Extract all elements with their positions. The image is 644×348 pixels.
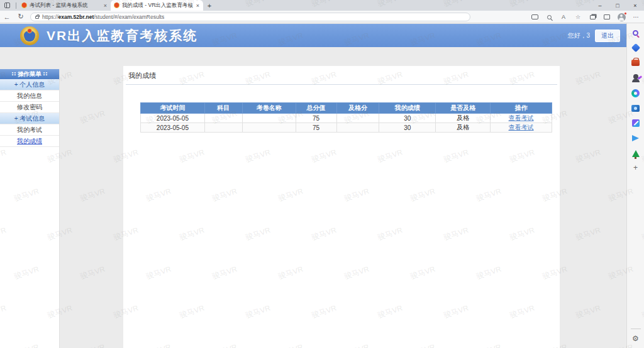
police-badge-logo: [20, 26, 39, 45]
sidebar-search-icon[interactable]: [631, 28, 641, 38]
tab-actions-icon: [4, 3, 10, 8]
search-icon[interactable]: [545, 13, 553, 21]
col-total-score: 总分值: [296, 103, 336, 114]
cell-passing-score: [336, 123, 379, 133]
sidebar-item-my-scores[interactable]: 我的成绩: [0, 136, 59, 147]
toolbar-icons: A ☆ ⋯: [530, 11, 640, 23]
profile-avatar[interactable]: [617, 13, 626, 21]
url-prefix: https://: [42, 14, 58, 20]
logout-button[interactable]: 退出: [595, 30, 620, 42]
tree-icon[interactable]: [631, 148, 641, 158]
web-page: VR出入监教育考核系统 您好，3 退出 ∷ 操作菜单 ∷ + 个人信息 我的信息…: [0, 24, 626, 348]
cell-passing-score: [336, 114, 379, 123]
cell-actions: 查看考试: [491, 114, 552, 123]
new-tab-button[interactable]: +: [203, 0, 216, 11]
page-body: ∷ 操作菜单 ∷ + 个人信息 我的信息 修改密码 + 考试信息 我的考试 我的…: [0, 47, 626, 348]
address-bar[interactable]: https://exam.52br.net/student/#/exam/exa…: [30, 13, 470, 21]
col-subject: 科目: [204, 103, 242, 114]
add-sidebar-app-button[interactable]: +: [633, 163, 638, 172]
col-pass-status: 是否及格: [436, 103, 491, 114]
sidebar-item-my-info[interactable]: 我的信息: [0, 90, 59, 102]
page-title: 我的成绩: [123, 66, 560, 80]
cell-my-score: 30: [379, 114, 436, 123]
title-divider: [126, 84, 557, 85]
col-paper-name: 考卷名称: [242, 103, 296, 114]
window-controls: – □ ×: [591, 0, 644, 11]
sidebar-group-exam-info[interactable]: + 考试信息: [0, 113, 59, 124]
person-edit-icon[interactable]: [631, 73, 641, 83]
web-capture-icon[interactable]: [530, 13, 539, 21]
close-button[interactable]: ×: [626, 0, 644, 11]
sidebar-item-my-exams[interactable]: 我的考试: [0, 124, 59, 136]
browser-tab-my-scores[interactable]: 我的成绩 - VR出入监教育考核系... ×: [111, 0, 203, 11]
split-screen-icon[interactable]: [602, 13, 611, 21]
cell-pass-status: 及格: [436, 123, 491, 133]
notes-icon[interactable]: [631, 118, 641, 128]
col-actions: 操作: [491, 103, 552, 114]
notification-dot: [624, 12, 627, 15]
shopping-icon[interactable]: [631, 43, 641, 53]
cell-subject: [204, 123, 242, 133]
tab-title: 我的成绩 - VR出入监教育考核系...: [122, 2, 193, 9]
cell-subject: [204, 114, 242, 123]
cell-pass-status: 及格: [436, 114, 491, 123]
sidebar-group-personal-info[interactable]: + 个人信息: [0, 79, 59, 90]
sidebar-item-change-password[interactable]: 修改密码: [0, 102, 59, 113]
settings-gear-icon[interactable]: ⚙: [632, 334, 639, 343]
app-header: VR出入监教育考核系统 您好，3 退出: [0, 24, 626, 47]
cell-paper-name: [242, 123, 296, 133]
browser-tab-bar: 考试列表 - 监狱考核系统 × 我的成绩 - VR出入监教育考核系... × +…: [0, 0, 644, 11]
browser-toolbar: ← ↻ https://exam.52br.net/student/#/exam…: [0, 11, 644, 23]
col-exam-time: 考试时间: [141, 103, 205, 114]
view-exam-link[interactable]: 查看考试: [509, 114, 534, 121]
back-button[interactable]: ←: [0, 13, 14, 21]
maximize-button[interactable]: □: [609, 0, 626, 11]
cell-paper-name: [242, 114, 296, 123]
edge-sidebar: + ⚙: [626, 23, 644, 348]
collections-icon[interactable]: [588, 13, 597, 21]
favorites-star-icon[interactable]: ☆: [574, 13, 582, 21]
sidebar-divider: [631, 329, 641, 329]
read-aloud-icon[interactable]: A: [559, 13, 568, 21]
table-row: 2023-05-05 75 30 及格 查看考试: [141, 114, 552, 123]
table-header-row: 考试时间 科目 考卷名称 总分值 及格分 我的成绩 是否及格 操作: [141, 103, 552, 114]
site-favicon: [21, 3, 27, 8]
screen: 考试列表 - 监狱考核系统 × 我的成绩 - VR出入监教育考核系... × +…: [0, 0, 644, 348]
site-info-lock-icon[interactable]: [35, 16, 39, 19]
tab-close-icon[interactable]: ×: [196, 3, 200, 9]
games-icon[interactable]: [631, 88, 641, 98]
tab-divider: [16, 3, 16, 9]
menu-title: ∷ 操作菜单 ∷: [0, 69, 59, 79]
content-panel: 我的成绩 考试时间 科目 考卷名称 总分值 及格分: [123, 66, 560, 348]
col-passing-score: 及格分: [336, 103, 379, 114]
tab-title: 考试列表 - 监狱考核系统: [30, 2, 101, 9]
cell-actions: 查看考试: [491, 123, 552, 133]
cell-total-score: 75: [296, 114, 336, 123]
tools-icon[interactable]: [631, 58, 641, 68]
site-favicon: [114, 3, 119, 8]
browser-tab-exam-list[interactable]: 考试列表 - 监狱考核系统 ×: [18, 0, 111, 11]
url-path: /student/#/exam/examResults: [94, 14, 164, 20]
cell-my-score: 30: [379, 123, 436, 133]
tab-close-icon[interactable]: ×: [103, 3, 108, 9]
send-icon[interactable]: [631, 133, 641, 143]
cell-total-score: 75: [296, 123, 336, 133]
user-greeting: 您好，3: [567, 31, 590, 40]
table-row: 2023-05-05 75 30 及格 查看考试: [141, 123, 552, 133]
cell-exam-time: 2023-05-05: [141, 123, 205, 133]
url-domain: exam.52br.net: [58, 14, 94, 20]
header-user-area: 您好，3 退出: [567, 24, 620, 47]
image-icon[interactable]: [631, 103, 641, 113]
cell-exam-time: 2023-05-05: [141, 114, 205, 123]
results-table: 考试时间 科目 考卷名称 总分值 及格分 我的成绩 是否及格 操作 2023-0: [140, 102, 552, 133]
tab-actions-button[interactable]: [0, 0, 14, 11]
minimize-button[interactable]: –: [591, 0, 609, 11]
view-exam-link[interactable]: 查看考试: [509, 124, 534, 131]
app-title: VR出入监教育考核系统: [47, 27, 197, 45]
refresh-button[interactable]: ↻: [14, 13, 28, 21]
more-options-icon[interactable]: ⋯: [631, 13, 640, 21]
sidebar-menu: ∷ 操作菜单 ∷ + 个人信息 我的信息 修改密码 + 考试信息 我的考试 我的…: [0, 69, 60, 348]
col-my-score: 我的成绩: [379, 103, 436, 114]
url-text: https://exam.52br.net/student/#/exam/exa…: [42, 14, 164, 20]
